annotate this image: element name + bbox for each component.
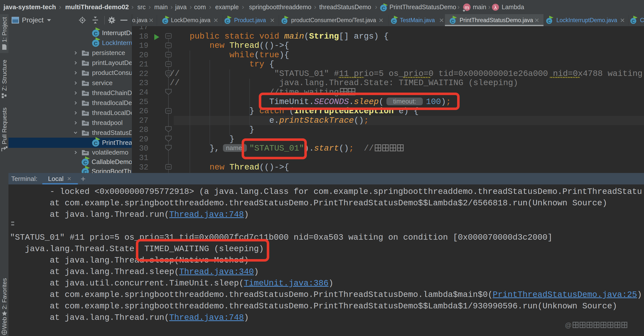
svg-text:λ: λ	[494, 4, 497, 10]
svg-text:m: m	[464, 4, 469, 10]
svg-text:C: C	[382, 6, 385, 11]
